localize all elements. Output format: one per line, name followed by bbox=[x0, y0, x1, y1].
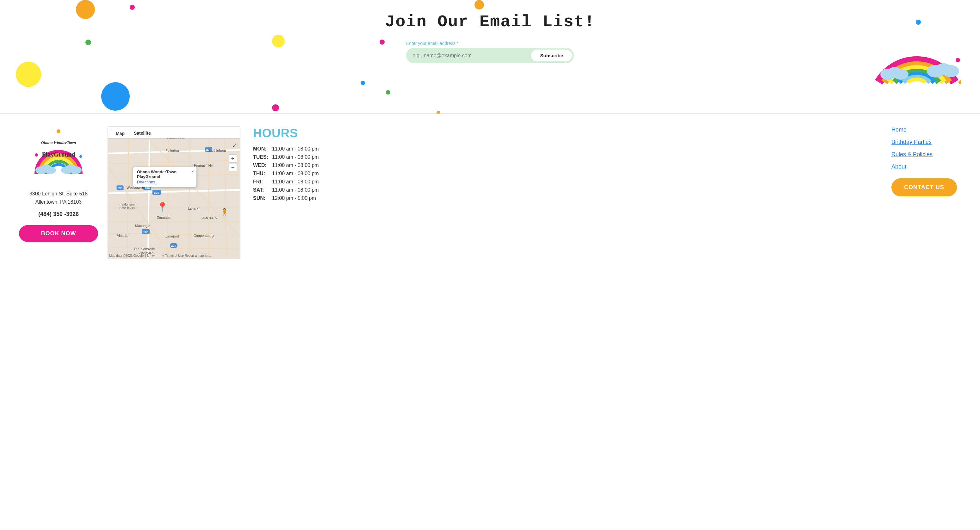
svg-point-12 bbox=[45, 166, 56, 174]
svg-text:Old Zionsville: Old Zionsville bbox=[134, 247, 155, 251]
map-tab-satellite[interactable]: Satellite bbox=[129, 129, 155, 138]
svg-text:476: 476 bbox=[171, 244, 177, 248]
map-column: Map Satellite bbox=[108, 127, 240, 259]
svg-text:Bethlehem: Bethlehem bbox=[209, 149, 226, 152]
hours-title: HOURS bbox=[253, 127, 882, 140]
svg-text:Catasauqua: Catasauqua bbox=[166, 138, 185, 140]
hours-time: 11:00 am - 08:00 pm bbox=[272, 163, 319, 168]
map-popup: × Ohana WonderTown PlayGround Directions bbox=[133, 167, 196, 187]
logo: Ohana WonderTown PlayGround bbox=[27, 127, 90, 183]
nav-link[interactable]: About bbox=[891, 163, 961, 170]
decorative-dot bbox=[272, 35, 285, 48]
decorative-dot bbox=[386, 90, 390, 95]
svg-text:Alburtis: Alburtis bbox=[117, 234, 129, 238]
svg-text:Fullerton: Fullerton bbox=[165, 149, 179, 152]
svg-text:Coopersburg: Coopersburg bbox=[194, 234, 214, 238]
email-label: Enter your email address * bbox=[406, 41, 574, 46]
svg-point-5 bbox=[943, 65, 959, 77]
nav-link[interactable]: Rules & Policies bbox=[891, 151, 961, 158]
hours-day: SAT: bbox=[253, 187, 272, 193]
email-input[interactable] bbox=[412, 53, 531, 59]
hours-day: MON: bbox=[253, 146, 272, 151]
map-directions-link[interactable]: Directions bbox=[137, 179, 155, 184]
svg-text:Ohana WonderTown: Ohana WonderTown bbox=[41, 140, 76, 145]
hours-day: THU: bbox=[253, 171, 272, 176]
decorative-dot bbox=[361, 81, 365, 85]
address: 3300 Lehigh St, Suite 518 Allentown, PA … bbox=[19, 190, 98, 206]
decorative-dot bbox=[76, 0, 95, 19]
address-line2: Allentown, PA 18103 bbox=[35, 199, 82, 205]
hours-row: WED:11:00 am - 08:00 pm bbox=[253, 163, 882, 168]
bottom-section: Ohana WonderTown PlayGround 3300 Lehigh … bbox=[0, 114, 980, 272]
map-body[interactable]: 145 22 378 22 100 222 100 476 Ca bbox=[108, 138, 240, 259]
hours-time: 11:00 am - 08:00 pm bbox=[272, 171, 319, 176]
hours-row: FRI:11:00 am - 08:00 pm bbox=[253, 179, 882, 184]
svg-point-2 bbox=[893, 69, 908, 80]
hours-column: HOURS MON:11:00 am - 08:00 pmTUES:11:00 … bbox=[253, 127, 891, 204]
map-popup-close[interactable]: × bbox=[191, 169, 194, 174]
contact-us-button[interactable]: CONTACT US bbox=[891, 178, 957, 197]
svg-text:Emmaus: Emmaus bbox=[157, 216, 170, 219]
svg-text:100: 100 bbox=[143, 230, 149, 234]
email-signup-title: Join Our Email List! bbox=[6, 13, 974, 31]
decorative-dot bbox=[16, 62, 41, 87]
book-now-button[interactable]: BOOK NOW bbox=[19, 225, 98, 242]
svg-text:Fountain Hill: Fountain Hill bbox=[194, 163, 213, 167]
svg-point-16 bbox=[35, 153, 38, 157]
map-zoom-out[interactable]: − bbox=[229, 163, 237, 171]
hours-day: FRI: bbox=[253, 179, 272, 184]
map-zoom-in[interactable]: + bbox=[229, 154, 237, 163]
decorative-dot bbox=[380, 40, 385, 44]
svg-text:Trexlertown: Trexlertown bbox=[119, 203, 135, 206]
decorative-dot bbox=[130, 5, 135, 10]
map-credit: Map data ©2023 Google 2 km ⊢——⊣ Terms of… bbox=[109, 254, 211, 257]
left-column: Ohana WonderTown PlayGround 3300 Lehigh … bbox=[19, 127, 108, 242]
decorative-dot bbox=[101, 82, 130, 111]
map-wrapper: Map Satellite bbox=[108, 127, 240, 259]
hours-time: 11:00 am - 08:00 pm bbox=[272, 146, 319, 151]
map-pin[interactable]: 📍 bbox=[157, 202, 168, 212]
decorative-dot bbox=[272, 104, 279, 111]
decorative-dot bbox=[474, 0, 484, 10]
hours-day: WED: bbox=[253, 163, 272, 168]
hours-row: TUES:11:00 am - 08:00 pm bbox=[253, 155, 882, 160]
svg-text:CENTER V: CENTER V bbox=[202, 216, 217, 219]
decorative-dot bbox=[86, 40, 91, 45]
hours-time: 12:00 pm - 5:00 pm bbox=[272, 196, 316, 201]
nav-link[interactable]: Birthday Parties bbox=[891, 139, 961, 146]
svg-point-15 bbox=[70, 166, 82, 174]
hours-time: 11:00 am - 08:00 pm bbox=[272, 179, 319, 184]
hours-day: TUES: bbox=[253, 155, 272, 160]
hours-row: THU:11:00 am - 08:00 pm bbox=[253, 171, 882, 176]
decorative-dot bbox=[436, 111, 440, 114]
map-zoom-controls: + − bbox=[229, 154, 237, 171]
svg-point-6 bbox=[916, 20, 921, 25]
hours-day: SUN: bbox=[253, 196, 272, 201]
svg-text:East Texas: East Texas bbox=[119, 206, 134, 209]
svg-point-18 bbox=[57, 129, 60, 133]
hours-row: SAT:11:00 am - 08:00 pm bbox=[253, 187, 882, 193]
nav-column: HomeBirthday PartiesRules & PoliciesAbou… bbox=[891, 127, 961, 197]
map-expand-icon[interactable]: ⤢ bbox=[232, 142, 237, 149]
subscribe-button[interactable]: Subscribe bbox=[531, 50, 572, 61]
rainbow-decoration bbox=[872, 19, 961, 89]
svg-text:22: 22 bbox=[118, 186, 122, 190]
hours-time: 11:00 am - 08:00 pm bbox=[272, 155, 319, 160]
hours-row: SUN:12:00 pm - 5:00 pm bbox=[253, 196, 882, 201]
svg-point-17 bbox=[80, 155, 82, 158]
email-signup-section: Join Our Email List! Enter your email ad… bbox=[0, 0, 980, 114]
address-line1: 3300 Lehigh St, Suite 518 bbox=[29, 191, 88, 197]
phone: (484) 350 -3926 bbox=[19, 211, 98, 217]
svg-point-8 bbox=[958, 80, 961, 84]
svg-text:222: 222 bbox=[154, 191, 159, 195]
svg-text:Lanark: Lanark bbox=[188, 206, 199, 210]
email-form: Subscribe bbox=[406, 48, 574, 63]
svg-text:Macungie: Macungie bbox=[135, 224, 150, 228]
map-popup-title: Ohana WonderTown PlayGround bbox=[137, 170, 192, 179]
map-person-icon: 🧍 bbox=[220, 208, 229, 216]
map-tabs: Map Satellite bbox=[108, 127, 240, 138]
nav-link[interactable]: Home bbox=[891, 127, 961, 133]
hours-row: MON:11:00 am - 08:00 pm bbox=[253, 146, 882, 151]
svg-text:PlayGround: PlayGround bbox=[42, 151, 75, 158]
map-tab-map[interactable]: Map bbox=[111, 129, 129, 138]
